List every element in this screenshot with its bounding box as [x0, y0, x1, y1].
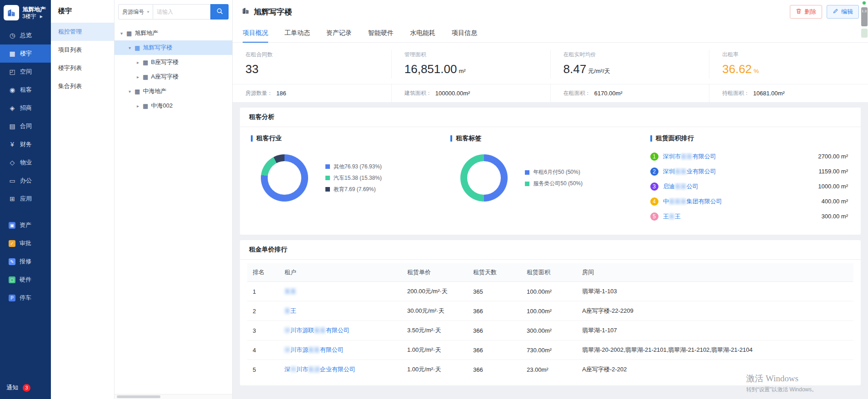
tab-info[interactable]: 项目信息 [452, 24, 477, 42]
submenu-item-collection-list[interactable]: 集合列表 [51, 77, 114, 95]
submenu-item-project-list[interactable]: 项目列表 [51, 41, 114, 59]
tenant-link[interactable]: 深圳川市某源企业有限公司 [284, 366, 355, 373]
tree-node[interactable]: ▸▦A座写字楼 [115, 69, 232, 84]
sidebar-item-office[interactable]: ▭办公 [0, 172, 51, 190]
rank-badge: 2 [650, 167, 658, 176]
caret-down-icon[interactable]: ▾ [126, 89, 133, 94]
tab-assets[interactable]: 资产记录 [326, 24, 352, 42]
tenant-link[interactable]: 深川市源联某某有限公司 [284, 327, 349, 334]
text-segment: 集团有限公司 [687, 198, 722, 205]
tree-node[interactable]: ▾▦旭辉写字楼 [115, 40, 232, 55]
area-ranking-row: 1深圳市某某有限公司2700.00 m² [650, 149, 848, 164]
tree-node[interactable]: ▾▦中海地产 [115, 84, 232, 99]
legend-item[interactable]: 汽车15.38 (15.38%) [325, 172, 382, 184]
tab-overview[interactable]: 项目概况 [243, 24, 268, 42]
scrollbar-thumb[interactable] [117, 395, 160, 398]
tenant-link[interactable]: 深川市源某某有限公司 [284, 346, 344, 353]
sidebar-item-label: 租客 [20, 86, 32, 94]
expand-arrow-icon[interactable]: ▶ [40, 13, 43, 20]
legend-swatch [325, 187, 330, 192]
table-row: 3深川市源联某某有限公司3.50元/m²·天366300.00m²翡翠湖-1-1… [247, 321, 853, 340]
sidebar-item-approval[interactable]: ✓审批 [0, 234, 51, 252]
sidebar-item-repair[interactable]: ✎报修 [0, 252, 51, 271]
notifications-label: 通知 [6, 384, 18, 392]
tab-energy[interactable]: 水电能耗 [410, 24, 435, 42]
legend-label: 其他76.93 (76.93%) [334, 161, 382, 172]
sidebar-item-label: 招商 [20, 104, 32, 112]
stat-managed-area: 管理面积16,851.00m² [392, 50, 551, 79]
tenant-link[interactable]: 中某某某集团有限公司 [663, 197, 722, 206]
search-filter-select[interactable]: 房源编号 ▼ [118, 4, 153, 20]
sidebar-item-finance[interactable]: ¥财务 [0, 135, 51, 153]
tenant-link[interactable]: 深圳某某业有限公司 [663, 167, 716, 176]
legend-item[interactable]: 教育7.69 (7.69%) [325, 184, 382, 195]
tree-node-label: 旭辉地产 [135, 29, 158, 37]
tree-node[interactable]: ▸▦B座写字楼 [115, 55, 232, 69]
recorder-value: 1.3 [862, 9, 867, 13]
logo-building-icon [4, 5, 19, 20]
sidebar-item-hardware[interactable]: ▢硬件 [0, 271, 51, 289]
tab-hardware[interactable]: 智能硬件 [368, 24, 394, 42]
area-ranking-row: 2深圳某某业有限公司1159.00 m² [650, 164, 848, 179]
cell-rank: 3 [247, 321, 279, 340]
tree-node[interactable]: ▾▦旭辉地产 [115, 26, 232, 40]
submenu-item-building-list[interactable]: 楼宇列表 [51, 59, 114, 77]
sidebar-item-buildings[interactable]: ▦楼宇 [0, 44, 51, 63]
submenu-item-rent-control[interactable]: 租控管理 [51, 23, 114, 41]
app-logo[interactable]: 旭辉地产 3楼宇 ▶ [0, 0, 51, 26]
project-tree-panel: 房源编号 ▼ ▾▦旭辉地产▾▦旭辉写字楼▸▦B座写字楼▸▦A座写字楼▾▦中海地产… [115, 0, 233, 399]
tenant-link[interactable]: 深圳市某某有限公司 [663, 153, 716, 161]
cell-rank: 2 [247, 301, 279, 321]
building-icon: ▦ [135, 44, 140, 51]
tree-search-input[interactable] [153, 4, 210, 20]
caret-right-icon[interactable]: ▸ [135, 74, 141, 79]
sidebar-item-label: 合同 [20, 122, 32, 130]
caret-down-icon[interactable]: ▾ [126, 45, 133, 50]
caret-down-icon[interactable]: ▾ [118, 31, 125, 36]
table-row: 4深川市源某某有限公司1.00元/m²·天366730.00m²翡翠湖-20-2… [247, 340, 853, 360]
legend-item[interactable]: 其他76.93 (76.93%) [325, 161, 382, 172]
sidebar-item-notifications[interactable]: 通知 3 [0, 376, 51, 399]
sidebar-item-parking[interactable]: P停车 [0, 289, 51, 307]
building-icon: ▦ [143, 74, 148, 80]
edit-button[interactable]: 编辑 [827, 5, 859, 19]
sidebar-item-label: 物业 [20, 158, 32, 167]
tenant-industry-legend: 其他76.93 (76.93%)汽车15.38 (15.38%)教育7.69 (… [325, 161, 382, 195]
sidebar-item-space[interactable]: ◰空间 [0, 63, 51, 81]
tenant-link[interactable]: 某王 [284, 307, 296, 314]
tenant-link[interactable]: 王某王 [663, 212, 681, 221]
redacted-text: 某某 [314, 327, 326, 334]
sidebar-item-property[interactable]: ◇物业 [0, 153, 51, 172]
legend-item[interactable]: 服务类公司50 (50%) [525, 178, 583, 189]
sidebar-item-contracts[interactable]: ▤合同 [0, 117, 51, 135]
caret-right-icon[interactable]: ▸ [135, 103, 141, 108]
sidebar-item-tenants[interactable]: ◉租客 [0, 81, 51, 99]
cell-tenant: 深川市源某某有限公司 [279, 340, 402, 360]
submenu-list: 租控管理项目列表楼宇列表集合列表 [51, 23, 114, 95]
sidebar-item-apps[interactable]: ⊞应用 [0, 190, 51, 208]
sidebar-item-assets[interactable]: ▣资产 [0, 216, 51, 234]
stat-occupancy: 出租率36.62% [709, 50, 868, 79]
tenant-link[interactable]: 某某 [284, 288, 296, 295]
assets-icon: ▣ [9, 222, 15, 229]
watermark-line2: 转到“设置”以激活 Windows。 [746, 386, 817, 394]
sidebar-item-overview[interactable]: ◷总览 [0, 26, 51, 44]
section-title: 租客标签 [450, 134, 650, 143]
text-segment: 王 [675, 213, 681, 220]
search-button[interactable] [210, 4, 229, 20]
tab-workorder[interactable]: 工单动态 [284, 24, 310, 42]
cell-unit-price: 3.50元/m²·天 [402, 321, 468, 340]
stat-value: 36.62% [722, 63, 855, 78]
tree-node[interactable]: ▸▦中海002 [115, 99, 232, 113]
cell-days: 366 [468, 340, 521, 360]
tenant-link[interactable]: 启迪某某公司 [663, 182, 698, 191]
tree-horizontal-scrollbar[interactable] [115, 394, 232, 399]
caret-right-icon[interactable]: ▸ [135, 60, 141, 65]
primary-sidebar: 旭辉地产 3楼宇 ▶ ◷总览▦楼宇◰空间◉租客◈招商▤合同¥财务◇物业▭办公⊞应… [0, 0, 51, 399]
sidebar-item-leasing[interactable]: ◈招商 [0, 99, 51, 117]
building-icon: ▦ [143, 103, 148, 109]
redacted-text: 深 [284, 327, 290, 334]
legend-label: 教育7.69 (7.69%) [334, 184, 376, 195]
legend-item[interactable]: 年租6月付50 (50%) [525, 167, 583, 178]
delete-button[interactable]: 删除 [790, 5, 822, 19]
